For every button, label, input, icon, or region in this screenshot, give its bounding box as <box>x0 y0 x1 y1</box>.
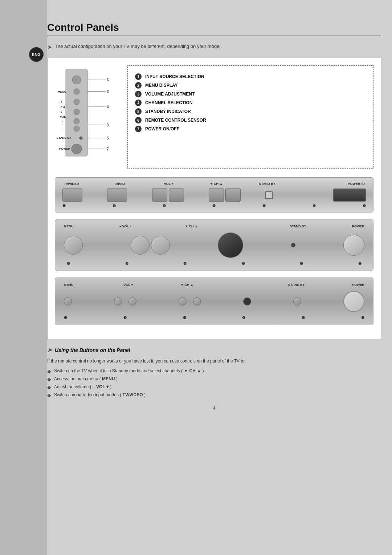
panel3-labels: MENU – VOL + ▼ CH ▲ STAND BY POWER <box>61 283 367 287</box>
instructions-section: ➤ Using the Buttons on the Panel If the … <box>47 347 381 398</box>
main-content: Control Panels ➤ The actual configuratio… <box>47 22 381 540</box>
svg-point-9 <box>74 99 79 105</box>
vol-group-p3 <box>114 297 136 305</box>
legend-item-7: 7POWER ON/OFF <box>135 126 366 132</box>
instructions-title-text: Using the Buttons on the Panel <box>55 347 130 353</box>
svg-text:STAND BY: STAND BY <box>57 136 72 139</box>
panel3-numbers: ❷ ❸ ❹ ❻ ❺ ❼ <box>61 316 367 320</box>
legend-label-7: POWER ON/OFF <box>145 126 179 131</box>
vol-plus-p3[interactable] <box>128 297 136 305</box>
bullet-item-3: ◆Switch among Video input modes ( TV/VID… <box>47 392 381 398</box>
svg-text:2: 2 <box>107 90 109 94</box>
legend-num-3: 3 <box>135 91 142 97</box>
standby-dot-p3 <box>243 297 251 305</box>
ch-up-p1[interactable] <box>225 189 241 202</box>
diamond-icon: ◆ <box>47 392 51 398</box>
vol-minus-p1[interactable] <box>152 189 167 202</box>
vol-group-p1 <box>152 189 184 202</box>
note-area: ➤ The actual configuration on your TV ma… <box>47 44 381 50</box>
legend-item-5: 5STANDBY INDICATOR <box>135 108 366 115</box>
panel2-numbers: ❷ ❸ ❹ ❻ ❺ ❼ <box>61 262 367 266</box>
svg-text:+: + <box>61 120 63 123</box>
legend-num-6: 6 <box>135 117 142 123</box>
svg-point-17 <box>74 118 79 124</box>
svg-text:VOL: VOL <box>60 115 66 118</box>
legend-item-4: 4CHANNEL SELECTION <box>135 100 366 106</box>
menu-button-p3[interactable] <box>64 297 72 305</box>
vol-minus-p3[interactable] <box>114 297 122 305</box>
standby-btn-p3[interactable] <box>293 297 301 305</box>
svg-point-5 <box>74 89 79 94</box>
legend-item-3: 3VOLUME ADJUSTMENT <box>135 91 366 97</box>
panel1-ch-col <box>209 189 241 202</box>
vol-plus-p1[interactable] <box>169 189 184 202</box>
eng-badge: ENG <box>29 47 44 62</box>
svg-text:5: 5 <box>107 136 109 140</box>
instructions-title: ➤ Using the Buttons on the Panel <box>47 347 381 353</box>
legend-item-1: 1INPUT SOURCE SELECTION <box>135 73 366 80</box>
bullet-text-1: Access the main menu ( MENU ) <box>54 376 118 381</box>
diamond-icon: ◆ <box>47 376 51 382</box>
ch-down-p3[interactable] <box>179 297 187 305</box>
standby-dot-p2 <box>291 243 295 247</box>
bullet-item-0: ◆Switch on the TV when it is in Standby … <box>47 368 381 374</box>
legend-label-4: CHANNEL SELECTION <box>145 100 192 105</box>
legend-label-3: VOLUME ADJUSTMENT <box>145 92 195 97</box>
svg-text:6: 6 <box>107 78 109 82</box>
bullet-text-2: Adjust the volume ( – VOL + ) <box>54 384 111 389</box>
vol-minus-p2[interactable] <box>131 236 150 255</box>
panel1-btn1-col <box>62 189 82 202</box>
bullet-item-1: ◆Access the main menu ( MENU ) <box>47 376 381 382</box>
ch-selector-p2[interactable] <box>218 232 243 258</box>
arrow-icon: ➤ <box>47 44 52 50</box>
left-sidebar <box>0 0 47 555</box>
svg-text:3: 3 <box>107 123 109 127</box>
top-section: 6 MENU 2 ▲ CH ▼ 4 + <box>55 65 373 169</box>
menu-button-p2[interactable] <box>64 236 83 255</box>
ch-group-p3 <box>179 297 201 305</box>
panel3-buttons <box>61 289 367 313</box>
power-button-p1[interactable] <box>333 189 366 202</box>
panel2-labels: MENU – VOL + ▼ CH ▲ STAND BY POWER <box>61 224 367 228</box>
panel1-standby-col <box>265 191 273 199</box>
svg-text:MENU: MENU <box>58 90 66 93</box>
legend-num-4: 4 <box>135 100 142 106</box>
legend-label-1: INPUT SOURCE SELECTION <box>145 74 204 79</box>
panel1-buttons <box>61 189 367 202</box>
tv-video-button[interactable] <box>62 189 82 202</box>
legend-item-2: 2MENU DISPLAY <box>135 82 366 89</box>
bullet-text-3: Switch among Video input modes ( TV/VIDE… <box>54 392 146 397</box>
svg-point-12 <box>74 109 79 115</box>
page-number: 4 <box>47 405 381 411</box>
panel1-vol-col <box>152 189 184 202</box>
ch-group-p1 <box>209 189 241 202</box>
svg-point-1 <box>72 76 81 84</box>
panel1-extra-col <box>298 189 309 202</box>
legend-label-6: REMOTE CONTROL SENSOR <box>145 118 206 123</box>
menu-button-p1[interactable] <box>107 189 127 202</box>
standby-indicator-p1 <box>265 191 273 199</box>
svg-text:7: 7 <box>107 147 109 151</box>
panel2-buttons <box>61 231 367 259</box>
ch-down-p1[interactable] <box>209 189 224 202</box>
svg-text:–: – <box>61 126 63 129</box>
svg-point-19 <box>74 126 79 131</box>
panel1-power-col <box>333 189 366 202</box>
svg-text:▲: ▲ <box>60 100 63 103</box>
panel1-numbers: ❶ ❷ ❸ ❹ ❺ ❻ ❼ <box>61 204 367 208</box>
note-text: The actual configuration on your TV may … <box>55 44 222 49</box>
power-button-p2[interactable] <box>343 235 364 256</box>
panel-2: MENU – VOL + ▼ CH ▲ STAND BY POWER <box>55 219 373 271</box>
diamond-icon: ◆ <box>47 384 51 390</box>
legend-label-2: MENU DISPLAY <box>145 83 178 88</box>
svg-text:4: 4 <box>107 105 109 109</box>
svg-text:POWER: POWER <box>59 147 70 150</box>
legend-box: 1INPUT SOURCE SELECTION2MENU DISPLAY3VOL… <box>127 65 373 169</box>
legend-num-2: 2 <box>135 82 142 89</box>
bullet-text-0: Switch on the TV when it is in Standby m… <box>54 368 204 373</box>
power-button-p3[interactable] <box>343 291 364 312</box>
svg-point-23 <box>79 137 82 139</box>
vol-plus-p2[interactable] <box>151 236 170 255</box>
ch-up-p3[interactable] <box>193 297 201 305</box>
legend-item-6: 6REMOTE CONTROL SENSOR <box>135 117 366 123</box>
